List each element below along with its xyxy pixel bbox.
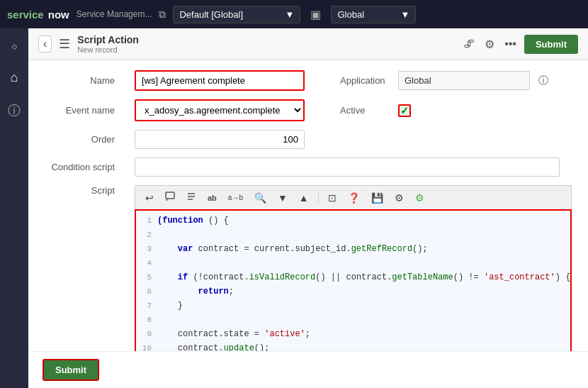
event-name-label: Event name (43, 105, 120, 116)
script-label: Script (43, 185, 120, 196)
code-line-7: 7 } (136, 299, 570, 313)
up-button[interactable]: ▲ (295, 189, 313, 206)
replace-button[interactable]: a→b (224, 191, 247, 204)
order-label: Order (43, 134, 120, 145)
event-name-select[interactable]: x_adosy_as.agreement.complete (135, 99, 305, 121)
monitor-icon[interactable]: ▣ (307, 5, 324, 24)
dropdown-button[interactable]: ▼ (273, 189, 292, 206)
app-title: Service Managem... (77, 9, 152, 19)
application-label: Application (340, 75, 390, 86)
default-global-dropdown[interactable]: Default [Global] ▼ (173, 6, 300, 23)
name-input[interactable] (135, 70, 305, 91)
code-line-1: 1 (function () { (136, 214, 570, 228)
code-line-2: 2 (136, 228, 570, 242)
comment-button[interactable] (161, 189, 179, 206)
checkmark-icon: ✓ (400, 105, 409, 116)
condition-row: Condition script (43, 157, 574, 177)
code-editor[interactable]: 1 (function () { 2 3 var contract = curr… (135, 209, 572, 351)
page-title: Script Action (77, 34, 139, 45)
clip-icon[interactable]: 🖇 (461, 35, 477, 52)
more-icon[interactable]: ••• (502, 35, 519, 52)
settings2-button-toolbar[interactable]: ⚙ (411, 189, 429, 206)
sidebar: ⬦ ⌂ ⓘ (0, 28, 28, 388)
layout: ⬦ ⌂ ⓘ ‹ ☰ Script Action New record 🖇 ⚙ •… (0, 28, 588, 388)
condition-input[interactable] (135, 157, 560, 177)
info-icon[interactable]: ⓘ (5, 99, 23, 122)
logo-text: service (7, 9, 44, 21)
code-line-10: 10 contract.update(); (136, 341, 570, 351)
order-input[interactable] (135, 130, 305, 149)
name-label: Name (43, 75, 120, 86)
submit-button-top[interactable]: Submit (524, 35, 578, 54)
active-checkbox[interactable]: ✓ (398, 104, 411, 117)
main-content: ‹ ☰ Script Action New record 🖇 ⚙ ••• Sub… (28, 28, 588, 388)
menu-icon[interactable]: ☰ (59, 36, 70, 52)
code-line-5: 5 if (!contract.isValidRecord() || contr… (136, 270, 570, 284)
script-toolbar: ↩ ab a→b 🔍 ▼ ▲ ⊡ ❓ (135, 185, 572, 209)
script-row: Script ↩ ab a→b 🔍 ▼ (43, 185, 574, 351)
page-subtitle: New record (77, 45, 139, 54)
application-group: Application ⓘ (340, 71, 548, 90)
form-area: Name Application ⓘ Event name x_adosy_as… (28, 60, 588, 351)
top-nav: servicenow Service Managem... ⧉ Default … (0, 0, 588, 28)
logo: servicenow (7, 9, 69, 21)
submit-button-bottom[interactable]: Submit (43, 359, 99, 381)
find-button[interactable]: ab (203, 191, 221, 205)
back-button[interactable]: ‹ (38, 35, 52, 52)
header-actions: 🖇 ⚙ ••• Submit (461, 35, 578, 54)
breadcrumb: Script Action New record (77, 34, 139, 54)
order-row: Order (43, 130, 574, 149)
active-group: Active ✓ (340, 104, 411, 117)
copy-icon[interactable]: ⧉ (159, 9, 166, 21)
code-line-4: 4 (136, 256, 570, 270)
sub-header: ‹ ☰ Script Action New record 🖇 ⚙ ••• Sub… (28, 28, 588, 60)
undo-button[interactable]: ↩ (141, 189, 158, 206)
format-button[interactable] (182, 189, 200, 206)
application-info-icon[interactable]: ⓘ (538, 74, 548, 87)
code-line-9: 9 contract.state = 'active'; (136, 327, 570, 341)
code-line-3: 3 var contract = current.subject_id.getR… (136, 242, 570, 256)
name-row: Name Application ⓘ (43, 70, 574, 91)
home-icon[interactable]: ⌂ (8, 67, 21, 88)
active-label: Active (340, 105, 390, 116)
logo-text2: now (48, 9, 69, 21)
filter-icon[interactable]: ⬦ (8, 35, 21, 56)
settings-icon[interactable]: ⚙ (482, 35, 497, 53)
settings-button-toolbar[interactable]: ⚙ (390, 189, 408, 206)
script-editor-container: ↩ ab a→b 🔍 ▼ ▲ ⊡ ❓ (135, 185, 572, 351)
fullscreen-button[interactable]: ⊡ (324, 189, 341, 206)
svg-line-1 (166, 199, 167, 201)
save-button-toolbar[interactable]: 💾 (367, 189, 388, 206)
form-bottom: Submit (28, 351, 588, 388)
help-button[interactable]: ❓ (344, 189, 364, 206)
code-line-8: 8 (136, 313, 570, 327)
event-name-row: Event name x_adosy_as.agreement.complete… (43, 99, 574, 121)
code-line-6: 6 return; (136, 284, 570, 299)
condition-label: Condition script (43, 162, 120, 172)
search-button[interactable]: 🔍 (250, 189, 271, 206)
active-checkbox-area: ✓ (398, 104, 411, 117)
global-dropdown[interactable]: Global ▼ (331, 6, 416, 23)
toolbar-separator (318, 192, 319, 204)
application-input (398, 71, 530, 90)
svg-rect-0 (166, 192, 174, 199)
